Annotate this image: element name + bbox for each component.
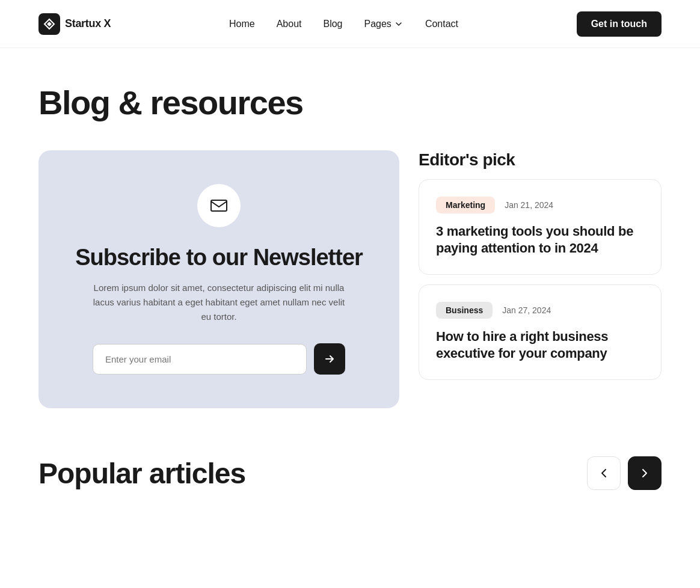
article-card-2[interactable]: Business Jan 27, 2024 How to hire a righ… xyxy=(419,284,662,380)
main-content: Blog & resources Subscribe to our Newsle… xyxy=(0,48,700,408)
article-tag-2: Business xyxy=(436,302,493,319)
mail-icon xyxy=(209,196,229,215)
article-title-1: 3 marketing tools you should be paying a… xyxy=(436,223,644,257)
article-card-1[interactable]: Marketing Jan 21, 2024 3 marketing tools… xyxy=(419,179,662,275)
page-title: Blog & resources xyxy=(38,84,662,121)
editors-pick-section: Editor's pick Marketing Jan 21, 2024 3 m… xyxy=(419,150,662,409)
logo-icon xyxy=(38,13,60,35)
email-input[interactable] xyxy=(93,344,307,375)
next-arrow-button[interactable] xyxy=(628,456,662,490)
article-title-2: How to hire a right business executive f… xyxy=(436,328,644,363)
nav-about[interactable]: About xyxy=(277,19,302,29)
svg-rect-1 xyxy=(211,200,227,211)
article-tag-1: Marketing xyxy=(436,197,495,213)
article-date-2: Jan 27, 2024 xyxy=(502,305,551,315)
prev-arrow-button[interactable] xyxy=(587,456,621,490)
arrow-right-icon xyxy=(324,353,336,365)
subscribe-card: Subscribe to our Newsletter Lorem ipsum … xyxy=(38,150,399,409)
nav-home[interactable]: Home xyxy=(229,19,255,29)
email-form xyxy=(93,343,345,375)
get-in-touch-button[interactable]: Get in touch xyxy=(577,11,662,37)
chevron-left-icon xyxy=(598,467,610,479)
chevron-right-icon xyxy=(639,467,651,479)
subscribe-description: Lorem ipsum dolor sit amet, consectetur … xyxy=(93,281,345,324)
nav-contact[interactable]: Contact xyxy=(425,19,458,29)
logo-text: Startux X xyxy=(65,17,111,30)
popular-articles-title: Popular articles xyxy=(38,457,245,490)
navbar: Startux X Home About Blog Pages Contact … xyxy=(0,0,700,48)
article-date-1: Jan 21, 2024 xyxy=(505,200,553,210)
chevron-down-icon xyxy=(394,19,404,29)
subscribe-title: Subscribe to our Newsletter xyxy=(75,244,363,272)
carousel-nav xyxy=(587,456,662,490)
editors-pick-title: Editor's pick xyxy=(419,150,662,170)
article-meta-2: Business Jan 27, 2024 xyxy=(436,302,644,319)
nav-pages[interactable]: Pages xyxy=(364,19,404,29)
top-section: Subscribe to our Newsletter Lorem ipsum … xyxy=(38,150,662,409)
subscribe-submit-button[interactable] xyxy=(314,343,345,375)
logo[interactable]: Startux X xyxy=(38,13,111,35)
nav-links: Home About Blog Pages Contact xyxy=(229,19,458,29)
article-meta-1: Marketing Jan 21, 2024 xyxy=(436,197,644,213)
popular-section: Popular articles xyxy=(0,456,700,490)
nav-blog[interactable]: Blog xyxy=(323,19,342,29)
mail-icon-wrap xyxy=(197,184,241,227)
